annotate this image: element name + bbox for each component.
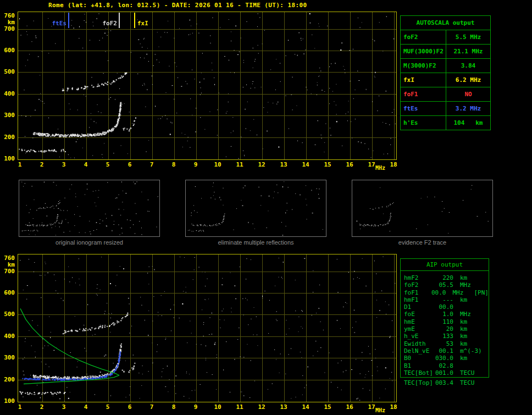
x-tick-5: 5 — [102, 403, 114, 411]
x-tick-18: 18 — [387, 403, 400, 411]
y-tick-500: 500 — [4, 69, 15, 75]
thumbnail-2-canvas — [186, 180, 326, 236]
y-tick-700: 700 — [4, 26, 15, 32]
aip-row-unit: km — [460, 274, 485, 281]
x-tick-7: 7 — [146, 161, 158, 168]
autoscala-row-label: h'Es — [401, 116, 446, 130]
aip-row-unit: MHz — [460, 281, 485, 289]
x-tick-13: 13 — [278, 403, 290, 411]
aip-row-unit: km — [460, 318, 485, 325]
y-tick-200: 200 — [4, 377, 15, 383]
y-tick-760: 760 — [4, 13, 15, 19]
aip-row-name: ymE — [404, 325, 435, 333]
autoscala-row-value: 3.84 — [446, 59, 490, 73]
aip-row-d1: D100.0 — [401, 303, 489, 311]
aip-row-value: 20 — [435, 325, 453, 333]
marker-label-ftes: ftEs — [46, 20, 66, 27]
autoscala-row-label: foF1 — [401, 87, 446, 101]
aip-row-tec-top: TEC[Top] 003.4 TECU — [400, 379, 489, 386]
aip-row-hmf1: hmF1---km — [401, 296, 489, 303]
x-tick-14: 14 — [300, 161, 312, 168]
autoscala-row-ftes: ftEs3.2 MHz — [401, 102, 490, 116]
x-tick-6: 6 — [124, 161, 136, 168]
autoscala-row-m-3000-f2: M(3000)F23.84 — [401, 59, 490, 73]
aip-row-yme: ymE20km — [401, 325, 489, 333]
x-tick-3: 3 — [58, 403, 70, 411]
x-tick-1: 1 — [14, 403, 26, 411]
thumbnail-1-canvas — [19, 180, 159, 236]
x-tick-15: 15 — [322, 161, 334, 168]
thumbnail-2-label: eliminate multiple reflections — [185, 239, 326, 246]
aip-row-name: TEC[Bot] — [404, 369, 435, 377]
aip-row-unit: km — [460, 340, 485, 347]
autoscala-row-value: 3.2 MHz — [446, 102, 490, 115]
x-axis-unit: MHz — [375, 407, 385, 413]
aip-row-name: hmF2 — [404, 274, 435, 281]
x-tick-6: 6 — [124, 403, 136, 411]
aip-row-value: 05.5 — [435, 281, 453, 289]
x-tick-3: 3 — [58, 161, 70, 168]
aip-row-name: Ewidth — [404, 340, 435, 347]
aip-panel-title: AIP output — [401, 259, 489, 271]
aip-row-value: 00.0 — [430, 289, 446, 296]
aip-row-tec-bot-: TEC[Bot]001.0TECU — [401, 369, 489, 377]
aip-row-value: --- — [435, 296, 453, 303]
aip-row-name: foE — [404, 311, 435, 318]
autoscala-row-value: 21.1 MHz — [446, 45, 490, 58]
aip-row-extra: [PN] — [474, 289, 489, 296]
thumbnail-3-canvas — [352, 180, 492, 236]
aip-row-value: 133 — [435, 333, 453, 340]
aip-row-hmf2: hmF2220km — [401, 274, 489, 281]
aip-row-name: D1 — [404, 303, 435, 311]
aip-row-unit: MHz — [452, 289, 474, 296]
aip-row-name: B1 — [404, 362, 435, 369]
x-tick-18: 18 — [387, 161, 400, 168]
x-tick-15: 15 — [322, 403, 334, 411]
aip-row-fof1: foF100.0MHz[PN] — [401, 289, 489, 296]
y-tick-400: 400 — [4, 333, 15, 339]
autoscala-row-value: 104 km — [446, 116, 490, 130]
autoscala-row-fof1: foF1NO — [401, 87, 490, 102]
x-tick-13: 13 — [278, 161, 290, 168]
aip-row-unit: km — [460, 355, 485, 362]
aip-row-unit: km — [460, 333, 485, 340]
x-tick-4: 4 — [80, 403, 92, 411]
bottom-ionogram-plot — [18, 254, 397, 402]
y-axis-unit: km — [8, 19, 15, 25]
x-tick-16: 16 — [343, 161, 356, 168]
aip-panel-rows: hmF2220kmfoF205.5MHzfoF100.0MHz[PN]hmF1-… — [401, 271, 489, 377]
autoscala-row-h-es: h'Es104 km — [401, 116, 490, 130]
bottom-plot-x-axis: 123456789101112131415161718MHz — [18, 403, 409, 415]
aip-row-hme: hmE110km — [401, 318, 489, 325]
autoscala-row-label: foF2 — [401, 30, 446, 44]
aip-row-deln-ve: DelN_vE00.1m^(-3) — [401, 347, 489, 355]
aip-row-name: foF2 — [404, 281, 435, 289]
aip-row-unit: TECU — [460, 369, 485, 377]
aip-output-panel: AIP output hmF2220kmfoF205.5MHzfoF100.0M… — [400, 258, 489, 378]
x-tick-2: 2 — [36, 161, 48, 168]
x-tick-7: 7 — [146, 403, 158, 411]
aip-row-unit — [460, 362, 485, 369]
x-tick-11: 11 — [234, 403, 246, 411]
aip-row-value: 00.0 — [435, 303, 453, 311]
x-tick-16: 16 — [343, 403, 356, 411]
aip-row-value: 1.0 — [435, 311, 453, 318]
aip-row-value: 030.0 — [435, 355, 453, 362]
station-date-title: Rome (lat: +41.8, lon: 012.5) - DATE: 20… — [48, 2, 307, 9]
x-tick-8: 8 — [168, 403, 180, 411]
aip-row-fof2: foF205.5MHz — [401, 281, 489, 289]
aip-row-unit: MHz — [460, 311, 485, 318]
x-tick-11: 11 — [234, 161, 246, 168]
x-tick-12: 12 — [256, 161, 268, 168]
thumbnail-eliminate-reflections — [185, 180, 326, 237]
aip-row-name: hmE — [404, 318, 435, 325]
aip-row-b1: B102.8 — [401, 362, 489, 369]
aip-row-foe: foE1.0MHz — [401, 311, 489, 318]
top-plot-y-axis: 760km700600500400300200100 — [0, 12, 16, 161]
autoscala-row-value: 5.5 MHz — [446, 30, 490, 44]
aip-row-name: B0 — [404, 355, 435, 362]
top-plot-x-axis: 123456789101112131415161718MHz — [18, 161, 409, 173]
aip-row-value: 53 — [435, 340, 453, 347]
aip-row-unit: km — [460, 296, 485, 303]
x-tick-4: 4 — [80, 161, 92, 168]
